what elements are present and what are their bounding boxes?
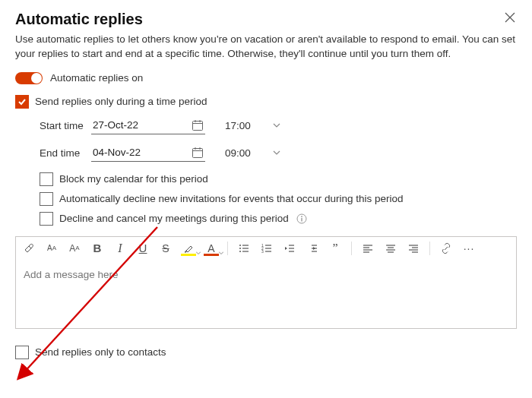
message-editor: AA AA B I U S A 123 bbox=[15, 236, 517, 329]
message-textarea[interactable]: Add a message here bbox=[16, 260, 516, 328]
strikethrough-button[interactable]: S bbox=[159, 242, 173, 255]
quote-button[interactable]: ” bbox=[328, 242, 342, 255]
align-left-button[interactable] bbox=[361, 242, 375, 255]
chevron-down-icon bbox=[272, 121, 281, 130]
bold-button[interactable]: B bbox=[90, 242, 104, 255]
indent-button[interactable] bbox=[306, 242, 319, 255]
calendar-icon bbox=[192, 147, 204, 159]
toggle-knob bbox=[31, 73, 42, 84]
highlight-button[interactable] bbox=[182, 242, 195, 255]
increase-font-icon[interactable]: AA bbox=[68, 242, 81, 255]
time-period-label: Send replies only during a time period bbox=[35, 96, 207, 107]
svg-point-11 bbox=[239, 245, 241, 246]
close-button[interactable] bbox=[503, 11, 517, 26]
toolbar-divider bbox=[429, 242, 430, 255]
decline-new-checkbox[interactable] bbox=[40, 192, 53, 206]
font-color-bar bbox=[204, 254, 219, 256]
underline-button[interactable]: U bbox=[136, 242, 150, 255]
end-time-field[interactable]: 09:00 bbox=[223, 146, 284, 161]
toolbar-divider bbox=[351, 242, 352, 255]
font-color-button[interactable]: A bbox=[204, 242, 218, 255]
decline-new-label: Automatically decline new invitations fo… bbox=[59, 193, 404, 204]
numbered-list-button[interactable]: 123 bbox=[260, 242, 274, 255]
end-time-value: 09:00 bbox=[225, 147, 251, 159]
decline-cancel-checkbox[interactable] bbox=[40, 212, 53, 226]
info-icon[interactable] bbox=[296, 213, 307, 224]
page-title: Automatic replies bbox=[15, 11, 143, 28]
svg-point-13 bbox=[239, 248, 241, 249]
align-right-button[interactable] bbox=[407, 242, 420, 255]
link-button[interactable] bbox=[439, 242, 453, 255]
toggle-label: Automatic replies on bbox=[50, 72, 143, 84]
time-period-checkbox[interactable] bbox=[15, 95, 29, 109]
outdent-button[interactable] bbox=[283, 242, 296, 255]
highlight-color-bar bbox=[181, 254, 196, 256]
contacts-only-checkbox[interactable] bbox=[15, 346, 29, 359]
toolbar-divider bbox=[227, 242, 228, 255]
more-button[interactable]: ··· bbox=[462, 242, 476, 255]
end-time-label: End time bbox=[40, 147, 91, 159]
italic-button[interactable]: I bbox=[113, 242, 127, 255]
start-time-value: 17:00 bbox=[225, 120, 251, 131]
block-calendar-checkbox[interactable] bbox=[40, 172, 53, 186]
end-date-value: 04-Nov-22 bbox=[93, 147, 141, 158]
decrease-font-icon[interactable]: AA bbox=[45, 242, 59, 255]
close-icon bbox=[505, 12, 515, 23]
svg-rect-4 bbox=[193, 148, 203, 157]
font-color-label: A bbox=[207, 242, 214, 254]
chevron-down-icon bbox=[196, 251, 201, 255]
end-date-field[interactable]: 04-Nov-22 bbox=[91, 145, 205, 162]
svg-text:3: 3 bbox=[261, 248, 264, 253]
svg-rect-10 bbox=[301, 218, 302, 222]
chevron-down-icon bbox=[219, 251, 223, 255]
automatic-replies-toggle[interactable] bbox=[15, 72, 43, 84]
format-painter-icon[interactable] bbox=[22, 242, 36, 255]
svg-point-9 bbox=[301, 216, 302, 217]
start-date-field[interactable]: 27-Oct-22 bbox=[91, 118, 205, 134]
bulleted-list-button[interactable] bbox=[237, 242, 251, 255]
svg-point-15 bbox=[239, 251, 241, 252]
contacts-only-label: Send replies only to contacts bbox=[35, 346, 166, 358]
chevron-down-icon bbox=[272, 148, 281, 157]
block-calendar-label: Block my calendar for this period bbox=[59, 173, 208, 185]
calendar-icon bbox=[192, 119, 204, 131]
start-date-value: 27-Oct-22 bbox=[93, 119, 138, 131]
align-center-button[interactable] bbox=[384, 242, 397, 255]
svg-rect-0 bbox=[193, 121, 203, 130]
decline-cancel-label: Decline and cancel my meetings during th… bbox=[59, 213, 289, 224]
editor-toolbar: AA AA B I U S A 123 bbox=[16, 237, 516, 260]
start-time-field[interactable]: 17:00 bbox=[223, 118, 284, 134]
description-text: Use automatic replies to let others know… bbox=[15, 33, 517, 62]
start-time-label: Start time bbox=[40, 120, 91, 131]
